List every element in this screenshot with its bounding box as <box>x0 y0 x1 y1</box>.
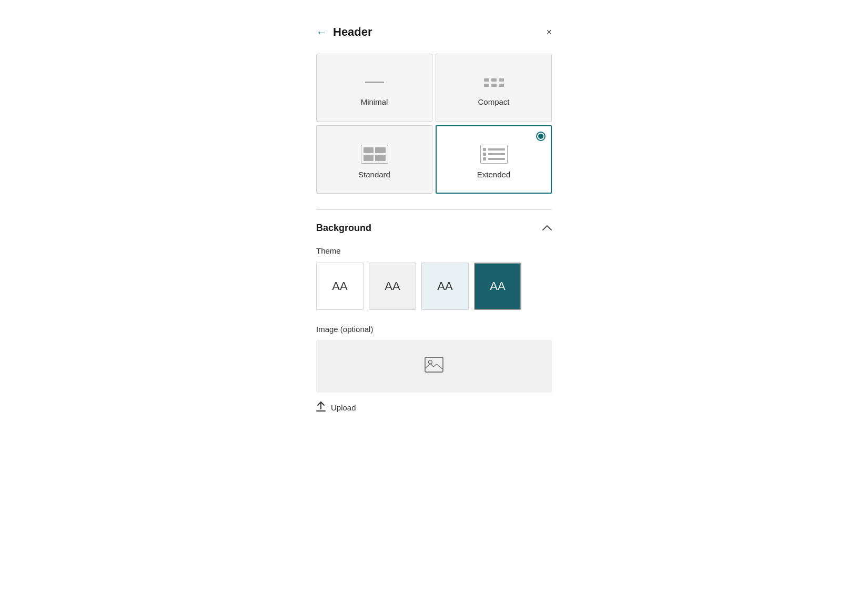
theme-label: Theme <box>316 246 552 255</box>
svg-rect-0 <box>425 357 443 372</box>
compact-icon <box>480 74 508 91</box>
selected-radio <box>536 132 546 141</box>
layout-option-standard[interactable]: Standard <box>316 125 432 194</box>
theme-swatch-light-gray-label: AA <box>385 279 400 293</box>
theme-swatch-dark-teal[interactable]: AA <box>474 263 521 310</box>
image-optional-label: Image (optional) <box>316 325 552 334</box>
upload-label: Upload <box>331 403 356 412</box>
layout-type-grid: Minimal Compact <box>316 54 552 194</box>
standard-icon <box>361 145 388 164</box>
theme-swatch-white-label: AA <box>332 279 347 293</box>
standard-label: Standard <box>358 170 390 179</box>
background-section-header: Background <box>316 223 552 234</box>
layout-option-compact[interactable]: Compact <box>436 54 552 122</box>
minimal-icon <box>361 74 388 91</box>
theme-swatch-light-blue[interactable]: AA <box>421 263 469 310</box>
theme-swatch-light-gray[interactable]: AA <box>369 263 416 310</box>
compact-label: Compact <box>478 97 509 106</box>
close-button[interactable]: × <box>546 27 552 37</box>
section-divider <box>316 209 552 210</box>
layout-option-minimal[interactable]: Minimal <box>316 54 432 122</box>
background-title: Background <box>316 223 371 234</box>
theme-grid: AA AA AA AA <box>316 263 552 310</box>
upload-icon <box>316 401 326 414</box>
extended-icon <box>480 145 508 164</box>
settings-panel: ← Header × Minimal <box>297 11 571 435</box>
theme-swatch-light-blue-label: AA <box>437 279 452 293</box>
layout-option-extended[interactable]: Extended <box>436 125 552 194</box>
image-placeholder-icon <box>425 357 443 376</box>
theme-swatch-dark-teal-label: AA <box>490 279 505 293</box>
image-upload-area[interactable] <box>316 340 552 393</box>
upload-row[interactable]: Upload <box>316 401 552 414</box>
chevron-up-icon[interactable] <box>542 224 552 233</box>
panel-title: Header <box>333 25 372 39</box>
minimal-label: Minimal <box>361 97 388 106</box>
title-group: ← Header <box>316 25 372 39</box>
extended-label: Extended <box>477 170 510 179</box>
theme-swatch-white[interactable]: AA <box>316 263 364 310</box>
back-button[interactable]: ← <box>316 26 327 38</box>
panel-header: ← Header × <box>316 25 552 39</box>
